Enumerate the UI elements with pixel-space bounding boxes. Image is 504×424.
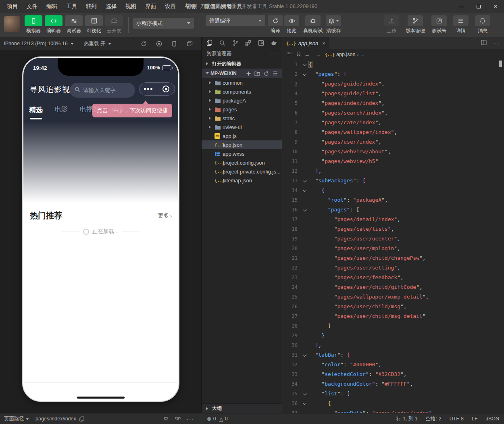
scrollbar-thumb[interactable] — [499, 61, 502, 67]
open-editors-section[interactable]: 打开的编辑器 — [202, 59, 282, 69]
split-editor-icon[interactable] — [481, 40, 487, 46]
outline-section[interactable]: 大纲 — [202, 403, 282, 413]
breadcrumb-file[interactable]: app.json — [336, 52, 355, 57]
maximize-icon[interactable] — [470, 0, 487, 13]
multi-window-icon[interactable] — [182, 41, 197, 46]
minimize-icon[interactable]: — — [453, 0, 470, 13]
code-line[interactable]: 9 "pages/user/index", — [282, 137, 504, 147]
phone-category-tab[interactable]: 精选 — [29, 105, 43, 119]
code-line[interactable]: 11 "pages/webview/h5" — [282, 157, 504, 166]
tree-folder-row[interactable]: pages — [202, 105, 282, 114]
fold-chevron-icon[interactable] — [300, 176, 309, 186]
code-line[interactable]: 3 "pages/guide/index", — [282, 79, 504, 89]
visualizer-toggle-button[interactable]: 可视化 — [85, 15, 103, 34]
compile-mode-select[interactable]: 普通编译 — [206, 15, 265, 26]
code-editor[interactable]: 1{2 "pages": [3 "pages/guide/index",4 "p… — [282, 60, 504, 413]
code-line[interactable]: 5 "pages/index/index", — [282, 98, 504, 108]
device-select[interactable]: iPhone 12/13 (Pro) 100% 16 — [4, 41, 73, 46]
search-icon[interactable] — [216, 40, 229, 46]
code-line[interactable]: 23 "pages/user/feedback", — [282, 273, 504, 282]
test-account-button[interactable]: 测试号 — [431, 15, 447, 34]
teapot-icon[interactable] — [267, 40, 280, 46]
back-arrow-icon[interactable]: ← — [302, 51, 312, 58]
menu-item[interactable]: 视图 — [121, 0, 141, 13]
search-input[interactable]: 请输入关键字 — [70, 83, 135, 98]
code-line[interactable]: 26 "pages/user/child/msg", — [282, 302, 504, 311]
simulator-toggle-button[interactable]: 模拟器 — [24, 15, 43, 34]
mode-select[interactable]: 小程序模式 — [133, 18, 194, 29]
close-icon[interactable]: × — [487, 0, 504, 13]
menu-item[interactable]: 文件 — [22, 0, 42, 13]
explorer-more-icon[interactable]: ··· — [270, 51, 277, 56]
menu-item[interactable]: 转到 — [81, 0, 101, 13]
preview-button[interactable]: 预览 — [284, 15, 299, 34]
page-path-value[interactable]: pages/index/index — [35, 416, 76, 422]
phone-category-tab[interactable]: 电影 — [55, 105, 68, 119]
code-line[interactable]: 4 "pages/guide/list", — [282, 89, 504, 98]
code-line[interactable]: 37 "pagePath": "pages/index/index", — [282, 408, 504, 413]
fold-chevron-icon[interactable] — [300, 399, 309, 408]
menu-item[interactable]: 设置 — [160, 0, 180, 13]
code-line[interactable]: 34 "backgroundColor": "#FFFFFF", — [282, 379, 504, 389]
code-line[interactable]: 30 ], — [282, 340, 504, 350]
code-line[interactable]: 2 "pages": [ — [282, 69, 504, 79]
code-line[interactable]: 18 "pages/cate/lists", — [282, 224, 504, 234]
avatar[interactable] — [4, 16, 20, 32]
fold-chevron-icon[interactable] — [300, 205, 309, 215]
code-line[interactable]: 27 "pages/user/child/msg_detail" — [282, 311, 504, 321]
code-line[interactable]: 16 "pages": [ — [282, 205, 504, 215]
code-line[interactable]: 20 "pages/user/mplogin", — [282, 244, 504, 253]
tree-folder-row[interactable]: components — [202, 87, 282, 96]
bookmark-icon[interactable] — [296, 51, 301, 58]
code-line[interactable]: 7 "pages/cate/index", — [282, 118, 504, 127]
code-line[interactable]: 13 "subPackages": [ — [282, 176, 504, 186]
tree-folder-row[interactable]: packageA — [202, 96, 282, 105]
editor-toggle-button[interactable]: 编辑器 — [44, 15, 63, 34]
code-line[interactable]: 12 ], — [282, 166, 504, 176]
extensions-icon[interactable] — [242, 40, 254, 46]
menu-item[interactable]: 工具 — [62, 0, 81, 13]
tree-folder-row[interactable]: uview-ui — [202, 123, 282, 132]
close-capsule-icon[interactable] — [157, 86, 175, 92]
code-line[interactable]: 21 "pages/user/child/changePsw", — [282, 253, 504, 263]
messages-button[interactable]: 消息 — [475, 15, 490, 34]
status-more-icon[interactable]: ··· — [187, 416, 194, 422]
code-line[interactable]: 32 "color": "#000000", — [282, 360, 504, 370]
language-mode[interactable]: JSON — [486, 416, 499, 422]
vconsole-bug-icon[interactable] — [163, 416, 169, 422]
code-line[interactable]: 33 "selectedColor": "#32CD32", — [282, 370, 504, 379]
tree-file-row[interactable]: JSapp.js — [202, 132, 282, 140]
preview-eye-icon[interactable] — [175, 416, 181, 422]
cursor-position[interactable]: 行 1, 列 1 — [396, 416, 418, 422]
code-line[interactable]: 24 "pages/user/child/giftCode", — [282, 282, 504, 292]
new-file-icon[interactable] — [244, 71, 253, 76]
record-icon[interactable] — [151, 41, 167, 47]
menu-item[interactable]: 界面 — [141, 0, 160, 13]
fold-chevron-icon[interactable] — [300, 389, 309, 399]
new-folder-icon[interactable] — [253, 71, 262, 76]
cloud-dev-button[interactable]: 云开发 — [105, 15, 123, 34]
eol-setting[interactable]: LF — [472, 416, 478, 422]
breadcrumb-more[interactable]: ... — [360, 52, 364, 57]
code-line[interactable]: 31 "tabBar": { — [282, 350, 504, 360]
close-tab-icon[interactable]: × — [322, 40, 325, 46]
indentation-setting[interactable]: 空格: 2 — [426, 416, 442, 422]
fold-chevron-icon[interactable] — [300, 186, 309, 195]
tree-folder-row[interactable]: common — [202, 78, 282, 87]
code-line[interactable]: 22 "pages/user/setting", — [282, 263, 504, 273]
menu-item[interactable]: 选择 — [101, 0, 121, 13]
more-link[interactable]: 更多› — [158, 212, 172, 219]
tree-folder-row[interactable]: static — [202, 114, 282, 123]
outline-list-icon[interactable] — [286, 52, 292, 58]
refresh-tree-icon[interactable] — [262, 71, 271, 76]
code-line[interactable]: 14 { — [282, 186, 504, 195]
source-control-icon[interactable] — [229, 40, 242, 46]
copy-path-icon[interactable] — [79, 416, 84, 422]
details-button[interactable]: 详情 — [453, 15, 469, 34]
version-control-button[interactable]: 版本管理 — [406, 15, 425, 34]
remote-debug-button[interactable]: 真机调试 — [303, 15, 323, 34]
code-line[interactable]: 19 "pages/user/ucenter", — [282, 234, 504, 244]
clear-cache-button[interactable]: 清缓存 — [326, 15, 341, 34]
tree-file-row[interactable]: {..}app.json — [202, 140, 282, 149]
compile-button[interactable]: 编译 — [268, 15, 283, 34]
